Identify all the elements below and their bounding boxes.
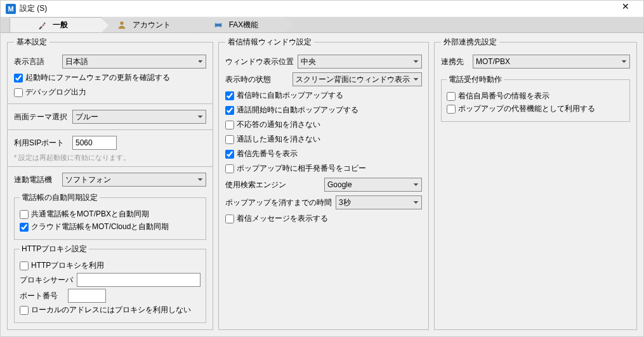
tab-general[interactable]: 一般	[10, 17, 102, 32]
common-sync-check[interactable]: 共通電話帳をMOT/PBXと自動同期	[20, 209, 200, 220]
show-caller-label: 着信先番号を表示	[237, 149, 298, 159]
sip-port-input[interactable]	[72, 136, 117, 150]
app-icon: M	[6, 4, 16, 14]
no-proxy-local-check[interactable]: ローカルのアドレスにはプロキシを利用しない	[20, 305, 200, 315]
use-proxy-label: HTTPプロキシを利用	[31, 260, 104, 271]
keep-called-label: 通話した通知を消さない	[237, 134, 320, 145]
settings-window: M 設定 (S) ✕ 一般 アカウント FAX機能 基本設定	[0, 0, 644, 337]
external-link-legend: 外部連携先設定	[441, 37, 499, 48]
proxy-port-input[interactable]	[68, 289, 106, 303]
tab-general-label: 一般	[53, 20, 68, 30]
search-engine-label: 使用検索エンジン	[225, 180, 320, 190]
external-link-group: 外部連携先設定 連携先 MOT/PBX 電話受付時動作 着信自局番号の情報を表示…	[434, 37, 637, 330]
use-alt-popup-label: ポップアップの代替機能として利用する	[458, 103, 595, 114]
link-dest-label: 連携先	[441, 56, 469, 67]
close-time-select[interactable]: 3秒	[336, 195, 422, 209]
basic-settings-group: 基本設定 表示言語 日本語 起動時にファームウェアの更新を確認する デバッグログ…	[7, 37, 213, 330]
popup-incoming-label: 着信時に自動ポップアップする	[237, 90, 343, 101]
show-message-check[interactable]: 着信メッセージを表示する	[225, 213, 422, 224]
http-proxy-legend: HTTPプロキシ設定	[20, 244, 89, 254]
show-message-label: 着信メッセージを表示する	[237, 213, 328, 224]
show-local-number-check[interactable]: 着信自局番号の情報を表示	[447, 91, 624, 102]
debug-log-label: デバッグログ出力	[25, 87, 86, 98]
show-caller-check[interactable]: 着信先番号を表示	[225, 149, 422, 159]
firmware-check[interactable]: 起動時にファームウェアの更新を確認する	[14, 72, 206, 83]
link-dest-select[interactable]: MOT/PBX	[473, 55, 630, 69]
popup-incoming-check[interactable]: 着信時に自動ポップアップする	[225, 90, 422, 101]
tab-fax-label: FAX機能	[229, 20, 259, 30]
window-pos-label: ウィンドウ表示位置	[225, 56, 294, 67]
use-proxy-check[interactable]: HTTPプロキシを利用	[20, 260, 200, 271]
popup-call-check[interactable]: 通話開始時に自動ポップアップする	[225, 105, 422, 116]
proxy-server-label: プロキシサーバ	[20, 275, 73, 286]
proxy-server-input[interactable]	[77, 273, 200, 287]
sip-port-label: 利用SIPポート	[14, 138, 69, 149]
window-title: 設定 (S)	[20, 3, 613, 14]
svg-rect-3	[216, 27, 220, 29]
phone-label: 連動電話機	[14, 175, 58, 185]
keep-noanswer-check[interactable]: 不応答の通知を消さない	[225, 119, 422, 130]
theme-select[interactable]: ブルー	[72, 110, 206, 124]
tab-content: 基本設定 表示言語 日本語 起動時にファームウェアの更新を確認する デバッグログ…	[1, 33, 643, 336]
firmware-check-label: 起動時にファームウェアの更新を確認する	[25, 72, 170, 83]
phonebook-sync-legend: 電話帳の自動同期設定	[20, 192, 100, 203]
keep-called-check[interactable]: 通話した通知を消さない	[225, 134, 422, 145]
svg-rect-1	[214, 23, 221, 27]
no-proxy-local-label: ローカルのアドレスにはプロキシを利用しない	[31, 305, 191, 315]
tab-fax[interactable]: FAX機能	[194, 17, 286, 32]
close-button[interactable]: ✕	[613, 1, 638, 17]
user-icon	[117, 20, 126, 29]
debug-log-check[interactable]: デバッグログ出力	[14, 87, 206, 98]
titlebar: M 設定 (S) ✕	[1, 1, 643, 17]
search-engine-select[interactable]: Google	[324, 178, 422, 192]
cloud-sync-label: クラウド電話帳をMOT/Cloudと自動同期	[31, 221, 169, 232]
display-state-select[interactable]: スクリーン背面にウィンドウ表示	[292, 72, 422, 86]
fax-icon	[214, 20, 223, 29]
proxy-port-label: ポート番号	[20, 291, 64, 301]
phonebook-sync-group: 電話帳の自動同期設定 共通電話帳をMOT/PBXと自動同期 クラウド電話帳をMO…	[14, 192, 206, 240]
cloud-sync-check[interactable]: クラウド電話帳をMOT/Cloudと自動同期	[20, 221, 200, 232]
copy-number-check[interactable]: ポップアップ時に相手発番号をコピー	[225, 163, 422, 174]
tabbar: 一般 アカウント FAX機能	[1, 17, 643, 33]
phone-select[interactable]: ソフトフォン	[62, 173, 206, 187]
window-pos-select[interactable]: 中央	[298, 55, 422, 69]
theme-label: 画面テーマ選択	[14, 112, 69, 122]
language-label: 表示言語	[14, 56, 58, 67]
copy-number-label: ポップアップ時に相手発番号をコピー	[237, 163, 366, 174]
divider	[8, 103, 213, 104]
incoming-window-group: 着信情報ウィンドウ設定 ウィンドウ表示位置 中央 表示時の状態 スクリーン背面に…	[218, 37, 429, 330]
svg-point-0	[120, 22, 123, 25]
use-alt-popup-check[interactable]: ポップアップの代替機能として利用する	[447, 103, 624, 114]
divider	[8, 166, 213, 167]
svg-rect-2	[216, 22, 220, 24]
popup-call-label: 通話開始時に自動ポップアップする	[237, 105, 358, 116]
sip-note: * 設定は再起動後に有効になります。	[14, 153, 206, 162]
tab-account-label: アカウント	[133, 20, 171, 30]
phone-receive-legend: 電話受付時動作	[447, 74, 504, 85]
language-select[interactable]: 日本語	[62, 55, 206, 69]
keep-noanswer-label: 不応答の通知を消さない	[237, 119, 320, 130]
tools-icon	[37, 21, 46, 30]
incoming-window-legend: 着信情報ウィンドウ設定	[225, 37, 314, 48]
divider	[8, 129, 213, 130]
display-state-label: 表示時の状態	[225, 74, 289, 85]
tab-account[interactable]: アカウント	[102, 17, 194, 32]
http-proxy-group: HTTPプロキシ設定 HTTPプロキシを利用 プロキシサーバ ポート番号 ローカ…	[14, 244, 206, 323]
common-sync-label: 共通電話帳をMOT/PBXと自動同期	[31, 209, 149, 220]
basic-settings-legend: 基本設定	[14, 37, 49, 48]
close-time-label: ポップアップを消すまでの時間	[225, 197, 332, 208]
phone-receive-group: 電話受付時動作 着信自局番号の情報を表示 ポップアップの代替機能として利用する	[441, 74, 630, 122]
show-local-number-label: 着信自局番号の情報を表示	[458, 91, 549, 102]
